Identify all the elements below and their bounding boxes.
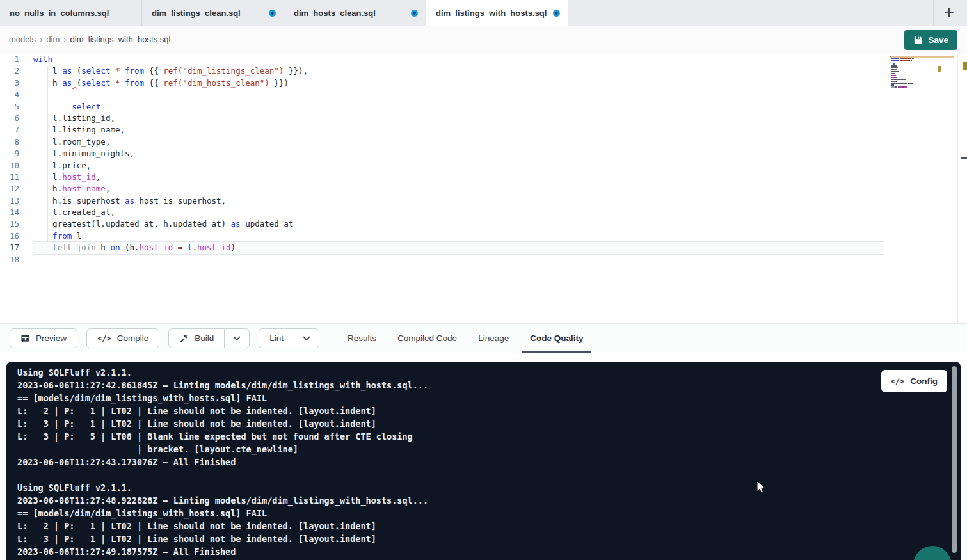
lint-button-group: Lint	[259, 328, 319, 348]
tab-code-quality[interactable]: Code Quality	[530, 324, 583, 353]
minimap-line	[890, 77, 954, 78]
minimap-line	[890, 79, 954, 80]
toolbar-buttons: Preview</>CompileBuildLint	[10, 328, 328, 348]
new-tab-button[interactable]: +	[939, 2, 959, 22]
minimap-warning-marker	[938, 66, 941, 72]
tab-label: dim_listings_clean.sql	[152, 8, 264, 18]
line-number: 11	[0, 172, 19, 183]
build-dropdown-button[interactable]	[224, 328, 250, 348]
line-number: 17	[0, 242, 19, 253]
minimap-line	[890, 71, 954, 72]
breadcrumb: models›dim›dim_listings_with_hosts.sql	[9, 35, 170, 44]
minimap-line	[890, 61, 954, 63]
lint-button-label: Lint	[269, 333, 284, 343]
code-line[interactable]: h.host_name,	[33, 183, 884, 195]
code-line[interactable]: left join h on (h.host_id = l.host_id)	[33, 242, 884, 253]
chevron-down-icon	[303, 336, 310, 341]
code-line[interactable]: select	[33, 101, 884, 113]
overview-warning-marker	[963, 62, 967, 70]
code-line[interactable]: from l	[33, 230, 884, 242]
code-line[interactable]	[33, 89, 884, 100]
code-line[interactable]: l.minimum_nights,	[33, 148, 884, 159]
code-line[interactable]: l.room_type,	[33, 136, 884, 148]
code-line[interactable]: l.listing_name,	[33, 124, 884, 136]
preview-button[interactable]: Preview	[10, 328, 77, 348]
result-tabs: ResultsCompiled CodeLineageCode Quality	[348, 324, 583, 353]
build-button[interactable]: Build	[168, 328, 224, 348]
build-button-label: Build	[195, 333, 214, 343]
chevron-right-icon: ›	[40, 35, 42, 44]
tab-results[interactable]: Results	[348, 324, 376, 353]
editor-tab[interactable]: dim_listings_clean.sql	[142, 0, 284, 26]
code-line[interactable]	[33, 254, 884, 266]
tab-label: dim_listings_with_hosts.sql	[436, 8, 548, 18]
editor-tab[interactable]: dim_listings_with_hosts.sql	[426, 0, 568, 26]
minimap-line	[890, 84, 954, 86]
minimap-line	[890, 83, 954, 84]
table-icon	[20, 333, 30, 343]
breadcrumb-item[interactable]: dim_listings_with_hosts.sql	[70, 35, 171, 44]
tab-label: no_nulls_in_columns.sql	[10, 8, 134, 18]
code-line[interactable]: l.price,	[33, 160, 884, 172]
lint-dropdown-button[interactable]	[294, 328, 319, 348]
compile-button[interactable]: </>Compile	[86, 328, 159, 348]
editor-tab[interactable]: no_nulls_in_columns.sql	[0, 0, 142, 26]
tabbar-divider	[933, 0, 934, 25]
terminal-scrollbar[interactable]	[952, 366, 957, 553]
minimap-line	[890, 81, 954, 82]
code-icon: </>	[97, 334, 111, 343]
overview-cursor-marker	[961, 157, 967, 159]
line-number: 15	[0, 218, 19, 230]
preview-button-label: Preview	[36, 333, 67, 343]
breadcrumb-item[interactable]: models	[9, 35, 36, 44]
line-number: 5	[0, 101, 19, 113]
unsaved-dot-icon	[411, 10, 418, 17]
config-button[interactable]: </> Config	[881, 370, 947, 392]
terminal-output: Using SQLFluff v2.1.1. 2023-06-06T11:27:…	[6, 362, 961, 558]
minimap-line	[890, 69, 954, 70]
editor-tab[interactable]: dim_hosts_clean.sql	[284, 0, 426, 26]
scrollbar-track-line	[957, 54, 958, 323]
save-button[interactable]: Save	[904, 30, 957, 50]
breadcrumb-item[interactable]: dim	[46, 35, 60, 44]
terminal-panel[interactable]: Using SQLFluff v2.1.1. 2023-06-06T11:27:…	[6, 362, 961, 560]
line-number-gutter: 123456789101112131415161718	[0, 54, 19, 266]
tab-lineage[interactable]: Lineage	[478, 324, 509, 353]
editor-tabs: no_nulls_in_columns.sqldim_listings_clea…	[0, 0, 568, 26]
line-number: 8	[0, 136, 19, 148]
code-line[interactable]: l as (select * from {{ ref("dim_listings…	[33, 65, 884, 77]
chevron-right-icon: ›	[63, 35, 66, 44]
code-line[interactable]: with	[33, 54, 884, 65]
code-line[interactable]: l.created_at,	[33, 207, 884, 218]
line-number: 10	[0, 160, 19, 172]
editor-toolbar: Preview</>CompileBuildLint ResultsCompil…	[0, 323, 967, 353]
hammer-icon	[179, 333, 189, 343]
minimap[interactable]	[890, 56, 954, 90]
config-button-label: Config	[910, 376, 938, 386]
unsaved-dot-icon	[553, 10, 560, 17]
tab-bar: no_nulls_in_columns.sqldim_listings_clea…	[0, 0, 967, 26]
minimap-line	[890, 65, 954, 67]
line-number: 18	[0, 254, 19, 266]
minimap-line	[890, 56, 954, 57]
tab-compiled-code[interactable]: Compiled Code	[397, 324, 457, 353]
minimap-line	[890, 73, 954, 74]
minimap-line	[890, 60, 954, 61]
lint-button[interactable]: Lint	[259, 328, 294, 348]
tab-label: dim_hosts_clean.sql	[294, 8, 406, 18]
code-line[interactable]: h as (select * from {{ ref("dim_hosts_cl…	[33, 77, 884, 89]
line-number: 2	[0, 65, 19, 77]
minimap-line	[890, 67, 954, 68]
line-number: 14	[0, 207, 19, 218]
chevron-down-icon	[233, 336, 241, 341]
line-number: 3	[0, 77, 19, 89]
code-line[interactable]: l.host_id,	[33, 172, 884, 183]
line-number: 4	[0, 89, 19, 100]
minimap-line	[890, 86, 954, 88]
build-button-group: Build	[168, 328, 250, 348]
ide-screen: no_nulls_in_columns.sqldim_listings_clea…	[0, 0, 967, 560]
code-line[interactable]: greatest(l.updated_at, h.updated_at) as …	[33, 218, 884, 230]
code-line[interactable]: l.listing_id,	[33, 113, 884, 124]
code-editor[interactable]: 123456789101112131415161718 with l as (s…	[0, 54, 967, 323]
code-line[interactable]: h.is_superhost as host_is_superhost,	[33, 195, 884, 207]
